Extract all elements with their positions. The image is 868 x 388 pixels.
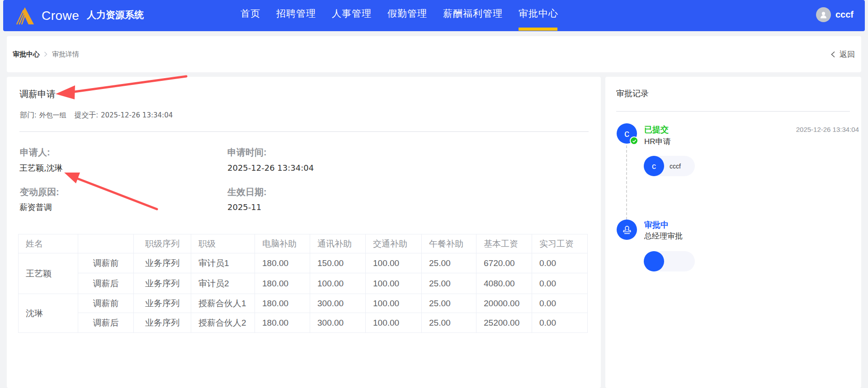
timeline-connector (626, 145, 627, 220)
table-cell: 100.00 (366, 253, 422, 273)
table-cell: 100.00 (366, 313, 422, 333)
submitted-label: 提交于: (74, 111, 98, 119)
submitter-avatar: c (644, 156, 664, 176)
table-cell: 调薪后 (78, 273, 134, 294)
dept-value: 外包一组 (39, 111, 66, 119)
table-cell: 业务序列 (134, 273, 191, 294)
change-reason-label: 变动原因: (20, 187, 59, 196)
table-cell: 180.00 (255, 273, 310, 294)
apply-time-value: 2025-12-26 13:34:04 (227, 164, 314, 172)
submitted-value: 2025-12-26 13:34:04 (101, 111, 173, 119)
applicant-value: 王艺颖,沈琳 (19, 164, 63, 172)
salary-table: 姓名 职级序列 职级 电脑补助 通讯补助 交通补助 午餐补助 基本工资 实习工资… (18, 234, 588, 333)
table-cell: 6720.00 (476, 253, 532, 273)
divider (616, 111, 850, 112)
breadcrumb-bar: 审批中心 审批详情 返回 (7, 36, 861, 72)
step-approving-status: 审批中 (644, 221, 669, 229)
employee-name-cell: 王艺颖 (19, 253, 78, 294)
employee-name-cell: 沈琳 (19, 294, 78, 333)
approval-detail-card: 调薪申请 部门:外包一组提交于:2025-12-26 13:34:04 申请人:… (7, 77, 601, 388)
check-icon (630, 136, 638, 145)
col-lunch-allowance: 午餐补助 (422, 234, 476, 253)
nav-payroll-label: 薪酬福利管理 (443, 7, 503, 20)
step-approving-icon-node (617, 220, 637, 240)
table-cell: 0.00 (532, 253, 588, 273)
submitter-name: cccf (670, 163, 681, 170)
user-name[interactable]: cccf (835, 10, 854, 19)
nav-home[interactable]: 首页 (241, 0, 260, 31)
applicant-label: 申请人: (20, 148, 50, 157)
nav-personnel[interactable]: 人事管理 (332, 0, 372, 31)
step-submitted-time: 2025-12-26 13:34:04 (796, 126, 859, 133)
col-phase (78, 234, 134, 253)
nav-personnel-label: 人事管理 (332, 7, 372, 20)
back-button[interactable]: 返回 (830, 49, 855, 60)
chevron-left-icon (830, 51, 835, 58)
nav-attendance-label: 假勤管理 (387, 7, 427, 20)
nav-recruit[interactable]: 招聘管理 (276, 0, 316, 31)
table-cell: 0.00 (532, 313, 588, 333)
table-cell: 100.00 (366, 294, 422, 313)
col-comm-allowance: 通讯补助 (310, 234, 366, 253)
table-cell: 100.00 (310, 273, 366, 294)
table-cell: 审计员2 (191, 273, 255, 294)
step-submitted-desc: HR申请 (644, 138, 671, 145)
nav-home-label: 首页 (241, 7, 260, 20)
table-cell: 180.00 (255, 294, 310, 313)
table-cell: 调薪后 (78, 313, 134, 333)
table-cell: 25.00 (422, 294, 476, 313)
table-cell: 180.00 (255, 253, 310, 273)
col-rank: 职级 (191, 234, 255, 253)
table-cell: 20000.00 (476, 294, 532, 313)
table-row: 调薪后 业务序列 审计员2 180.00 100.00 100.00 25.00… (19, 273, 588, 294)
nav-approval-center[interactable]: 审批中心 (519, 0, 558, 31)
divider (19, 131, 589, 132)
effective-date-label: 生效日期: (227, 187, 267, 196)
breadcrumb-root[interactable]: 审批中心 (13, 50, 40, 59)
table-cell: 调薪前 (78, 253, 134, 273)
col-base-salary: 基本工资 (476, 234, 532, 253)
nav-payroll[interactable]: 薪酬福利管理 (443, 0, 503, 31)
avatar-letter: c (624, 129, 629, 139)
table-cell: 25.00 (422, 273, 476, 294)
effective-date-value: 2025-11 (227, 203, 261, 211)
table-cell: 调薪前 (78, 294, 134, 313)
step-submitted-status: 已提交 (644, 126, 669, 134)
user-avatar[interactable] (816, 7, 831, 22)
step-approving-desc: 总经理审批 (644, 232, 683, 240)
dept-label: 部门: (20, 111, 36, 119)
col-computer-allowance: 电脑补助 (255, 234, 310, 253)
request-meta: 部门:外包一组提交于:2025-12-26 13:34:04 (20, 112, 173, 119)
col-name: 姓名 (19, 234, 78, 253)
nav-attendance[interactable]: 假勤管理 (387, 0, 427, 31)
table-cell: 0.00 (532, 294, 588, 313)
table-row: 调薪后 业务序列 授薪合伙人2 180.00 300.00 100.00 25.… (19, 313, 588, 333)
col-rank-series: 职级序列 (134, 234, 191, 253)
chevron-right-icon (44, 51, 47, 57)
table-cell: 300.00 (310, 294, 366, 313)
approval-record-title: 审批记录 (616, 89, 649, 98)
table-row: 沈琳 调薪前 业务序列 授薪合伙人1 180.00 300.00 100.00 … (19, 294, 588, 313)
crowe-logo-icon (15, 7, 35, 25)
brand-wordmark: Crowe (42, 9, 79, 22)
table-cell: 业务序列 (134, 253, 191, 273)
approval-record-panel: 审批记录 c 已提交 2025-12-26 13:34:04 HR申请 c cc… (605, 77, 861, 388)
col-transport-allowance: 交通补助 (366, 234, 422, 253)
table-cell: 4080.00 (476, 273, 532, 294)
request-title: 调薪申请 (19, 89, 56, 99)
app-title: 人力资源系统 (87, 10, 144, 19)
col-intern-salary: 实习工资 (532, 234, 588, 253)
table-cell: 授薪合伙人1 (191, 294, 255, 313)
table-cell: 180.00 (255, 313, 310, 333)
back-label: 返回 (840, 49, 855, 60)
main-nav: 首页 招聘管理 人事管理 假勤管理 薪酬福利管理 审批中心 (241, 0, 558, 31)
table-cell: 授薪合伙人2 (191, 313, 255, 333)
approver-chip (644, 251, 695, 271)
stamp-icon (621, 224, 633, 236)
table-cell: 25200.00 (476, 313, 532, 333)
table-row: 王艺颖 调薪前 业务序列 审计员1 180.00 150.00 100.00 2… (19, 253, 588, 273)
table-cell: 业务序列 (134, 313, 191, 333)
table-cell: 100.00 (366, 273, 422, 294)
table-cell: 0.00 (532, 273, 588, 294)
nav-recruit-label: 招聘管理 (276, 7, 316, 20)
